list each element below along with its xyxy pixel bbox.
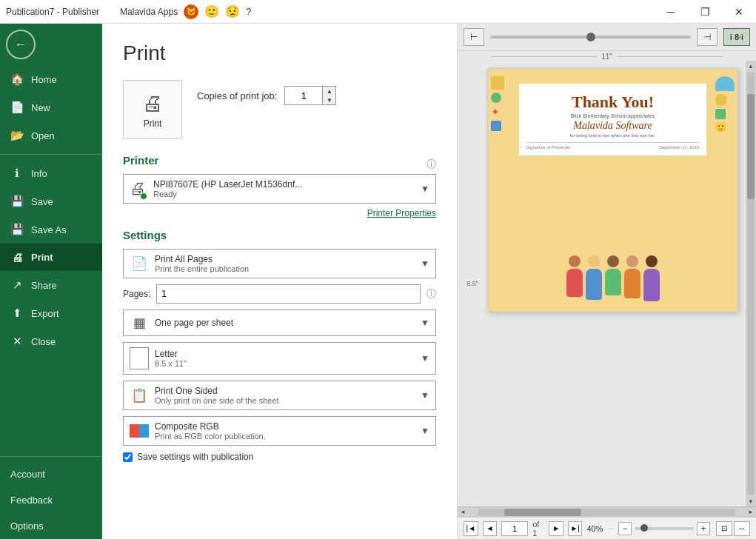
kid-3-body [605, 269, 621, 295]
close-button[interactable]: ✕ [722, 0, 756, 24]
sidebar-item-save[interactable]: 💾 Save [0, 187, 102, 215]
save-settings-label: Save settings with publication [137, 452, 253, 462]
sidebar-label-save-as: Save As [31, 224, 67, 235]
save-settings-checkbox[interactable] [123, 452, 133, 462]
deco-circle-2 [715, 94, 727, 106]
card-deco-left: ✦ [491, 76, 504, 131]
kid-5-head [646, 255, 658, 267]
fit-page-btn[interactable]: ⊡ [716, 521, 732, 536]
one-page-label: One page per sheet [155, 318, 415, 328]
pages-info-icon[interactable]: ⓘ [426, 287, 436, 301]
vscroll-up[interactable]: ▲ [746, 61, 756, 71]
letter-label: Letter [155, 349, 415, 359]
kid-1-head [569, 255, 581, 267]
sidebar-item-open[interactable]: 📂 Open [0, 121, 102, 150]
save-icon: 💾 [10, 195, 24, 208]
vscroll-track [747, 73, 755, 495]
pages-dropdown-arrow: ▼ [421, 258, 429, 269]
pages-icon: 📄 [130, 255, 149, 272]
color-arrow: ▼ [421, 426, 429, 436]
card-desc: for being kind to him when she first met… [526, 133, 700, 138]
card: ✦ 🙂 Than [488, 69, 737, 312]
page-nav-bar: |◄ ◄ of 1 ► ►| 40% ─ − + ⊡ ↔ [458, 517, 756, 539]
print-pages-selector[interactable]: 📄 Print All Pages Print the entire publi… [123, 249, 436, 278]
horizontal-scrollbar[interactable]: ◄ ► [458, 506, 756, 517]
card-name: Malavida Software [526, 120, 700, 132]
vscroll-down[interactable]: ▼ [746, 496, 756, 506]
zoom-slider[interactable] [635, 527, 694, 530]
print-controls: 🖨 Print Copies of print job: ▲ ▼ [123, 80, 436, 139]
paper-size-selector[interactable]: Letter 8.5 x 11" ▼ [123, 342, 436, 375]
preview-first-page[interactable]: ⊢ [464, 28, 484, 46]
print-sided-selector[interactable]: 📋 Print One Sided Only print on one side… [123, 381, 436, 410]
preview-content: 8.5" ✦ [458, 61, 756, 506]
print-sided-sub: Only print on one side of the sheet [155, 396, 415, 405]
page-number-input[interactable] [501, 521, 528, 536]
zoom-in-btn[interactable]: + [697, 522, 710, 535]
sidebar-item-home[interactable]: 🏠 Home [0, 65, 102, 93]
zoom-out-btn[interactable]: − [618, 522, 632, 535]
card-date-label: September 27, 2016 [659, 145, 699, 150]
sidebar-divider-2 [0, 456, 102, 457]
sidebar-item-share[interactable]: ↗ Share [0, 271, 102, 299]
next-page-btn[interactable]: ► [549, 521, 563, 536]
pages-per-sheet-arrow: ▼ [421, 318, 429, 328]
vertical-scrollbar[interactable]: ▲ ▼ [746, 61, 756, 506]
sidebar-item-options[interactable]: Options [0, 513, 102, 539]
pages-per-sheet-selector[interactable]: ▦ One page per sheet ▼ [123, 309, 436, 336]
preview-last-page[interactable]: ⊣ [697, 28, 717, 46]
preview-toolbar: ⊢ ⊣ i 8·i [458, 24, 756, 51]
printer-info-icon[interactable]: ⓘ [426, 158, 436, 171]
help-icon[interactable]: ? [246, 6, 251, 17]
kid-3 [605, 255, 621, 301]
print-button[interactable]: 🖨 Print [123, 80, 182, 139]
copies-decrement[interactable]: ▼ [323, 96, 335, 104]
printer-name: NPI87607E (HP LaserJet M1536dnf... [153, 179, 421, 190]
sidebar-item-close[interactable]: ✕ Close [0, 327, 102, 355]
letter-sub: 8.5 x 11" [155, 359, 415, 368]
printer-properties-link[interactable]: Printer Properties [123, 208, 436, 218]
app-icon: 🐱 [184, 4, 198, 19]
sidebar-item-account[interactable]: Account [0, 461, 102, 487]
hscroll-right[interactable]: ► [746, 507, 756, 518]
sidebar-item-print[interactable]: 🖨 Print [0, 244, 102, 271]
print-button-label: Print [144, 118, 162, 129]
back-button[interactable]: ← [6, 30, 36, 59]
deco-sq-1 [491, 76, 504, 90]
sidebar-item-new[interactable]: 📄 New [0, 93, 102, 121]
sided-icon: 📋 [130, 387, 149, 404]
maximize-button[interactable]: ❐ [688, 0, 722, 24]
sidebar-item-save-as[interactable]: 💾 Save As [0, 215, 102, 244]
card-signature-row: Signature of Presenter September 27, 201… [526, 142, 700, 150]
pages-input[interactable] [156, 284, 421, 304]
kid-4 [624, 255, 640, 301]
fit-buttons: ⊡ ↔ [716, 521, 750, 536]
ruler-top-label: 11" [601, 53, 612, 61]
fit-width-btn[interactable]: ↔ [734, 521, 750, 536]
print-icon: 🖨 [10, 251, 24, 264]
sidebar-label-open: Open [31, 130, 55, 141]
kid-4-head [626, 255, 638, 267]
preview-area: ⊢ ⊣ i 8·i 11" 8.5" [458, 24, 756, 539]
sidebar-item-feedback[interactable]: Feedback [0, 487, 102, 513]
sidebar-item-info[interactable]: ℹ Info [0, 159, 102, 187]
color-text: Composite RGB Print as RGB color publica… [155, 421, 415, 441]
printer-selector[interactable]: 🖨 NPI87607E (HP LaserJet M1536dnf... Rea… [123, 174, 436, 204]
save-settings-row: Save settings with publication [123, 452, 436, 462]
copies-input[interactable] [285, 87, 322, 104]
last-page-btn[interactable]: ►| [568, 521, 583, 536]
first-page-btn[interactable]: |◄ [464, 521, 478, 536]
home-icon: 🏠 [10, 73, 24, 86]
preview-slider[interactable] [490, 36, 691, 38]
zoom-label: 40% [586, 524, 603, 533]
preview-scroll[interactable]: ✦ 🙂 Than [480, 61, 746, 506]
sidebar-item-export[interactable]: ⬆ Export [0, 299, 102, 327]
minimize-button[interactable]: ─ [654, 0, 688, 24]
color-label: Composite RGB [155, 421, 415, 432]
card-deco-right: 🙂 [715, 76, 735, 133]
titlebar: Publication7 - Publisher Malavida Apps 🐱… [0, 0, 756, 24]
copies-increment[interactable]: ▲ [323, 87, 335, 96]
hscroll-left[interactable]: ◄ [458, 507, 468, 518]
prev-page-btn[interactable]: ◄ [483, 521, 498, 536]
color-selector[interactable]: Composite RGB Print as RGB color publica… [123, 416, 436, 446]
